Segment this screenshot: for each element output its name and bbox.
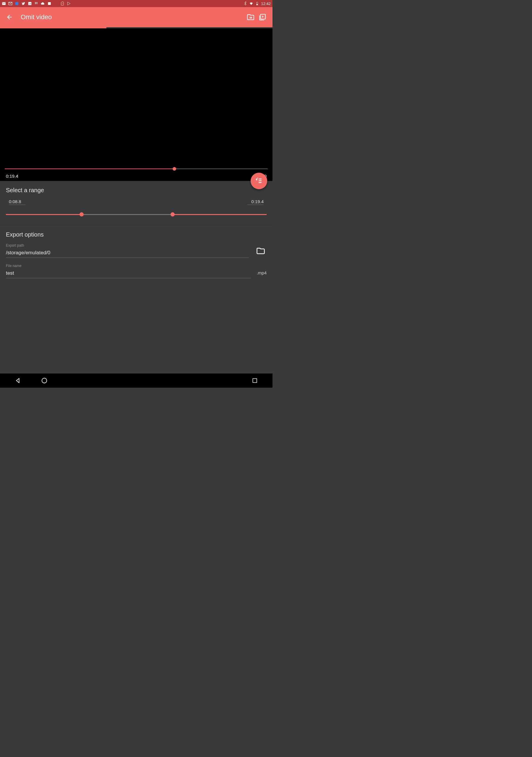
dropbox-icon — [34, 1, 39, 6]
svg-point-8 — [250, 17, 251, 18]
range-thumb-end[interactable] — [170, 212, 175, 217]
nav-home-button[interactable] — [39, 375, 50, 386]
navigation-bar — [0, 374, 273, 388]
svg-rect-5 — [257, 2, 257, 2]
filename-input[interactable] — [6, 269, 251, 278]
wifi-icon — [249, 1, 253, 6]
app-icon-2 — [54, 1, 58, 6]
cloud-icon — [41, 1, 45, 6]
export-path-label: Export path — [6, 243, 249, 248]
range-panel: Select a range — [0, 181, 273, 225]
range-thumb-start[interactable] — [79, 212, 84, 217]
bluetooth-icon — [243, 1, 248, 6]
app-icon-1 — [15, 1, 19, 6]
svg-rect-2 — [48, 2, 50, 5]
gmail-icon — [2, 1, 6, 6]
video-library-button[interactable] — [256, 11, 268, 23]
nav-back-button[interactable] — [12, 375, 24, 386]
video-current-time: 0:19.4 — [6, 173, 18, 179]
svg-rect-10 — [259, 179, 262, 179]
export-title: Export options — [6, 231, 267, 238]
video-progress-slider[interactable] — [5, 168, 268, 169]
photos-icon — [28, 1, 32, 6]
svg-rect-12 — [259, 182, 262, 183]
page-title: Omit video — [21, 13, 52, 21]
svg-rect-0 — [15, 2, 18, 5]
export-path-input[interactable] — [6, 249, 249, 258]
app-bar: Omit video — [0, 7, 273, 27]
video-preview[interactable]: 0:19.4 0:30.0 — [0, 28, 273, 181]
camera-folder-button[interactable] — [245, 11, 256, 23]
export-panel: Export options Export path File name .mp… — [0, 225, 273, 290]
mail-icon — [8, 1, 13, 6]
svg-rect-6 — [257, 4, 258, 5]
svg-rect-14 — [253, 378, 256, 382]
back-button[interactable] — [4, 12, 15, 22]
range-start-input[interactable] — [9, 199, 25, 205]
filename-label: File name — [6, 264, 251, 268]
svg-text:!: ! — [62, 3, 63, 4]
queue-fab-button[interactable] — [251, 173, 267, 189]
status-bar: ! 12:42 — [0, 0, 273, 7]
sim-icon: ! — [60, 1, 64, 6]
range-title: Select a range — [6, 187, 267, 194]
range-end-input[interactable] — [247, 199, 264, 205]
play-icon — [67, 1, 71, 6]
browse-folder-button[interactable] — [255, 245, 267, 257]
range-slider[interactable] — [6, 211, 267, 217]
square-icon — [47, 1, 51, 6]
svg-rect-11 — [259, 180, 262, 181]
twitter-icon — [21, 1, 25, 6]
nav-recent-button[interactable] — [249, 375, 261, 386]
file-extension: .mp4 — [257, 270, 267, 275]
battery-icon — [255, 1, 259, 6]
status-clock: 12:42 — [261, 1, 271, 6]
svg-rect-1 — [28, 2, 32, 5]
svg-point-13 — [42, 378, 47, 383]
